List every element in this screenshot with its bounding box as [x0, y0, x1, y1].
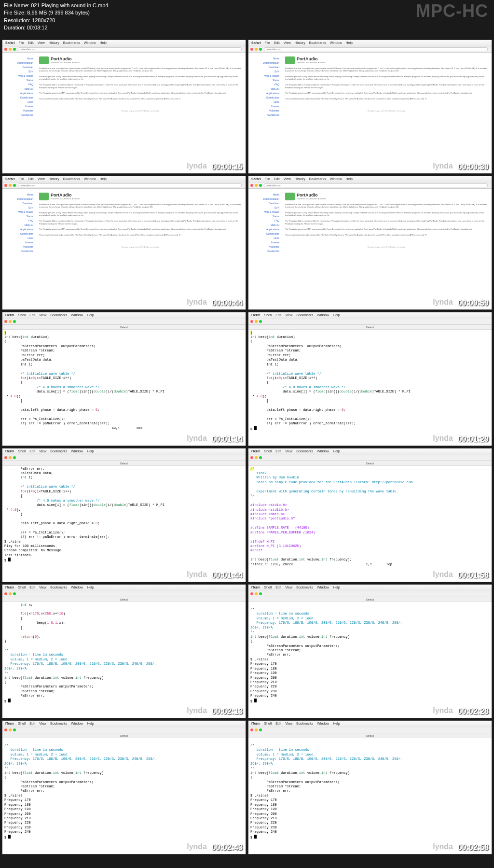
thumbnail: iTermShellEditViewBookmarksWindowHelp De… — [2, 448, 246, 582]
file-resolution: 1280x720 — [32, 17, 55, 23]
sidebar: HomeDocumentationDownloadSVNWiki & Ticke… — [6, 56, 35, 170]
thumbnail: SafariFileEditViewHistoryBookmarksWindow… — [248, 176, 492, 310]
terminal[interactable]: Default } int beep(int duration) { PaStr… — [2, 325, 246, 446]
file-duration: 00:03:12 — [27, 25, 48, 30]
url-bar[interactable]: portaudio.com — [18, 47, 242, 51]
window-controls[interactable] — [4, 48, 16, 51]
thumbnail: iTermShellEditViewBookmarksWindowHelp De… — [2, 720, 246, 854]
thumbnail: iTermShellEditViewBookmarksWindowHelp De… — [248, 720, 492, 854]
logo-icon — [39, 56, 49, 64]
timestamp: 00:00:15 — [212, 163, 243, 171]
menubar: SafariFileEditViewHistoryBookmarksWindow… — [2, 40, 246, 47]
thumbnail: SafariFileEditViewHistoryBookmarksWindow… — [2, 176, 246, 310]
thumbnail: iTermShellEditViewBookmarksWindowHelp De… — [248, 584, 492, 718]
portaudio-logo: PortAudioPortable Cross-Platform Audio I… — [39, 56, 242, 64]
thumbnail: iTermShellEditViewBookmarksWindowHelp De… — [2, 584, 246, 718]
page-content: HomeDocumentationDownloadSVNWiki & Ticke… — [2, 53, 246, 174]
thumbnail: SafariFileEditViewHistoryBookmarksWindow… — [2, 40, 246, 174]
lynda-watermark: lynda — [187, 162, 207, 170]
thumbnail: iTermShellEditViewBookmarksWindowHelp De… — [248, 448, 492, 582]
thumbnail: iTermShellEditViewBookmarksWindowHelp De… — [248, 312, 492, 446]
watermark: MPC-HC — [416, 1, 488, 21]
thumbnail: iTermShellEditViewBookmarksWindowHelp De… — [2, 312, 246, 446]
browser-toolbar: portaudio.com — [2, 47, 246, 53]
thumbnail-grid: SafariFileEditViewHistoryBookmarksWindow… — [0, 38, 494, 856]
code-editor[interactable]: } int beep(int duration) { PaStreamParam… — [2, 330, 246, 432]
thumbnail: SafariFileEditViewHistoryBookmarksWindow… — [248, 40, 492, 174]
file-name: 021 Playing with sound in C.mp4 — [31, 2, 108, 8]
file-size: 8,96 MB (9 399 834 bytes) — [27, 10, 90, 15]
